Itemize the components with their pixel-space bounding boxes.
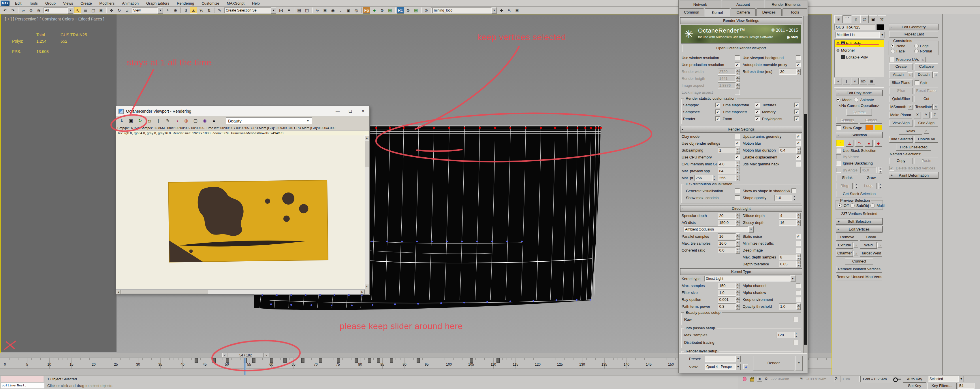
spin-down-icon[interactable]: ▼ <box>736 300 740 303</box>
radio[interactable] <box>850 203 854 208</box>
make-unique-icon[interactable]: ∨ <box>851 78 859 84</box>
relax-button[interactable]: Relax <box>899 128 922 135</box>
spin-up-icon[interactable]: ▲ <box>878 167 882 170</box>
rollout-header[interactable]: +Paint Deformation <box>889 172 939 179</box>
value-field[interactable]: 1.0 <box>779 303 797 310</box>
paste-button[interactable]: Paste <box>915 158 938 164</box>
preset-combo[interactable]: --------------------▼ <box>705 356 741 362</box>
render-production-icon[interactable]: ◎ <box>353 7 360 14</box>
undo-icon[interactable]: ↶ <box>2 7 9 14</box>
spin-up-icon[interactable]: ▲ <box>736 283 740 286</box>
checkbox[interactable]: ✓ <box>735 141 740 146</box>
button-target-weld[interactable]: Target Weld <box>860 250 882 257</box>
tab-render-elements[interactable]: Render Elements <box>765 1 807 8</box>
loop-button[interactable]: Loop <box>860 183 877 189</box>
spin-down-icon[interactable]: ▼ <box>878 170 882 173</box>
button-collapse[interactable]: Collapse <box>915 64 938 70</box>
tab-network[interactable]: Network <box>679 1 721 8</box>
forest-tools-icon[interactable]: ⚙ <box>379 7 386 14</box>
spin-down-icon[interactable]: ▼ <box>736 286 740 289</box>
keyframe-marker[interactable] <box>301 358 304 363</box>
spinner-arrows[interactable]: ▲▼ <box>794 332 798 338</box>
angle-snap-icon[interactable]: ∡ <box>190 7 197 14</box>
spin-down-icon[interactable]: ▼ <box>736 86 740 89</box>
menu-animation[interactable]: Animation <box>118 1 142 5</box>
schematic-view-icon[interactable]: ⊞ <box>321 7 329 14</box>
settings-scroll-area[interactable]: -Render View Settings✳OctaneRender™for u… <box>679 16 803 353</box>
rollout-toggle-icon[interactable]: - <box>838 133 839 137</box>
cage-color-swatch-2[interactable] <box>875 125 882 130</box>
checkbox[interactable] <box>836 125 841 130</box>
value-field[interactable]: 0.3 <box>718 303 736 310</box>
spin-up-icon[interactable]: ▲ <box>736 147 740 151</box>
spinner-arrows[interactable]: ▲▼ <box>736 247 740 253</box>
spin-up-icon[interactable]: ▲ <box>736 297 740 300</box>
absolute-offset-toggle-icon[interactable]: ⊞ <box>757 376 762 381</box>
window-crossing-icon[interactable]: ⊞ <box>97 7 105 14</box>
spinner-arrows[interactable]: ▲▼ <box>854 183 858 189</box>
dropdown-arrow-icon[interactable]: ▼ <box>790 275 795 282</box>
value-field[interactable]: 1441 <box>718 76 736 81</box>
value-field[interactable]: 2720 <box>718 68 736 75</box>
checkbox[interactable] <box>915 80 920 85</box>
value-field[interactable]: 128 <box>776 332 794 338</box>
value-field[interactable]: 4 <box>779 213 797 219</box>
pause-render-icon[interactable]: ∥ <box>155 117 162 124</box>
button-msmooth[interactable]: MSmooth <box>889 104 907 110</box>
spin-up-icon[interactable]: ▲ <box>736 240 740 243</box>
tab-devices[interactable]: Devices <box>756 8 781 16</box>
rendered-frame-window-icon[interactable]: ▣ <box>345 7 352 14</box>
value-field[interactable]: 64 <box>718 168 736 174</box>
button-quickslice[interactable]: QuickSlice <box>889 96 913 102</box>
spin-up-icon[interactable]: ▲ <box>736 219 740 223</box>
menu-graph-editors[interactable]: Graph Editors <box>142 1 173 5</box>
octane-window-titlebar[interactable]: OctaneRender Viewport - Rendering — ☐ ✕ <box>116 106 369 116</box>
button-cut[interactable]: Cut <box>915 96 938 102</box>
hide-selected-button[interactable]: Hide Selected <box>889 136 913 143</box>
checkbox[interactable]: ✓ <box>715 116 720 121</box>
button-weld[interactable]: Weld <box>860 242 877 249</box>
tab-common[interactable]: Common <box>679 8 704 16</box>
spinner-arrows[interactable]: ▲▼ <box>797 68 801 75</box>
rollout-toggle-icon[interactable]: - <box>682 19 683 23</box>
rollout-header[interactable]: -Selection <box>836 132 883 138</box>
remove-unused-map-verts-button[interactable]: Remove Unused Map Verts <box>836 274 882 280</box>
select-rotate-icon[interactable]: ↻ <box>116 7 123 14</box>
checkbox[interactable]: ✓ <box>755 103 760 108</box>
settings-box-icon[interactable]: □ <box>933 105 938 110</box>
button-extrude[interactable]: Extrude <box>836 242 853 249</box>
axis-z-button[interactable]: Z <box>931 112 938 118</box>
rollout-toggle-icon[interactable]: - <box>838 91 839 95</box>
spin-down-icon[interactable]: ▼ <box>736 178 740 181</box>
mirror-icon[interactable]: ⋈ <box>277 7 285 14</box>
checkbox[interactable] <box>791 189 796 193</box>
checkbox[interactable]: ✓ <box>755 116 760 121</box>
settings-scrollbar[interactable] <box>803 16 808 353</box>
value-field[interactable]: 8 <box>779 254 797 260</box>
menu-modifiers[interactable]: Modifiers <box>95 1 118 5</box>
edit-named-selections-icon[interactable]: ✎ <box>216 7 223 14</box>
button-reset-plane[interactable]: Reset Plane <box>915 87 938 94</box>
keyframe-marker[interactable] <box>270 358 273 363</box>
button-create[interactable]: Create <box>889 64 913 70</box>
kernel-type-combo[interactable]: Direct Light▼ <box>704 276 795 281</box>
checkbox[interactable] <box>793 317 798 322</box>
align-icon[interactable]: ≡ <box>285 7 292 14</box>
checkbox[interactable]: ✓ <box>794 116 799 121</box>
menu-tools[interactable]: Tools <box>25 1 41 5</box>
value-field[interactable]: 1 <box>718 147 736 153</box>
select-move-icon[interactable]: ✥ <box>108 7 115 14</box>
pick-focus-icon[interactable]: ◎ <box>183 117 190 124</box>
spin-up-icon[interactable]: ▲ <box>794 332 798 335</box>
copy-image-icon[interactable]: ▣ <box>127 117 135 124</box>
radio[interactable] <box>854 98 858 102</box>
make-planar-button[interactable]: Make Planar <box>889 112 912 118</box>
checkbox[interactable] <box>796 290 801 295</box>
color-wheel-icon[interactable]: ◑ <box>173 117 181 124</box>
button-break[interactable]: Break <box>860 234 882 241</box>
spinner-arrows[interactable]: ▲▼ <box>736 303 740 310</box>
close-button[interactable]: ✕ <box>356 106 369 116</box>
value-field[interactable]: 150.0 <box>718 219 736 225</box>
shrink-button[interactable]: Shrink <box>836 175 858 181</box>
button-detach[interactable]: Detach <box>915 71 933 78</box>
